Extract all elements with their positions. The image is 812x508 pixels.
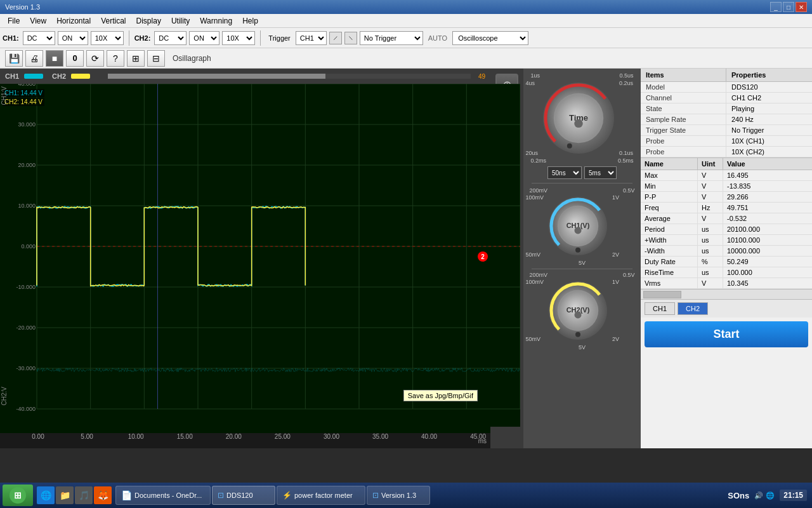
ch1-on-select[interactable]: ONOFF	[58, 31, 88, 45]
taskbar-item-dds120[interactable]: ⊡ DDS120	[212, 486, 275, 505]
stats-row: +Widthus10100.000	[641, 235, 812, 246]
ch2-left-labels: 100mV 50mV	[526, 279, 544, 342]
ch2-color-bar	[71, 74, 90, 79]
help-button[interactable]: ?	[107, 50, 124, 67]
folder-icon[interactable]: 📁	[56, 486, 74, 504]
firefox-icon[interactable]: 🦊	[94, 486, 112, 504]
start-button[interactable]: Start	[645, 321, 808, 347]
ch2-bottom-labels: 5V	[526, 343, 639, 351]
x-axis-labels: 0.005.0010.0015.0020.0025.0030.0035.0040…	[0, 433, 490, 448]
trigger-source-select[interactable]: CH1CH2	[296, 31, 327, 45]
menu-file[interactable]: File	[3, 15, 25, 27]
maximize-button[interactable]: □	[783, 2, 794, 12]
props-rows: ModelDDS120ChannelCH1 CH2StatePlayingSam…	[641, 82, 812, 157]
menu-vertical[interactable]: Vertical	[96, 15, 131, 27]
stats-col-name: Name	[641, 158, 698, 170]
ch2-v-label: CH2:V	[0, 384, 8, 408]
media-icon[interactable]: 🎵	[75, 486, 93, 504]
time-top-labels: 1us 0.5us	[526, 72, 639, 79]
taskbar-dds-label: DDS120	[226, 491, 253, 499]
screenshot-button[interactable]: ■	[46, 50, 63, 67]
ch2-knob-canvas[interactable]	[546, 279, 610, 342]
stats-row: MinV-13.835	[641, 181, 812, 192]
time-ms-select[interactable]: 5ms10ms	[584, 166, 617, 179]
scroll-thumb[interactable]	[643, 291, 681, 298]
ch1-knob-canvas[interactable]	[546, 194, 610, 258]
taskbar-item-docs[interactable]: 📄 Documents - OneDr...	[115, 486, 211, 505]
scope-display: CH1 CH2 49 CH1: 14.44 V CH2: 14.44 V CH1…	[0, 69, 490, 448]
props-row: StatePlaying	[641, 104, 812, 114]
save-button[interactable]: 💾	[5, 50, 23, 67]
ch1-left-labels: 100mV 50mV	[526, 194, 544, 258]
menu-warning[interactable]: Warnning	[195, 15, 237, 27]
scope-mode-select[interactable]: OscilloscopeFFTXY	[452, 31, 528, 45]
separator2	[260, 30, 261, 46]
system-tray: 🔊 🌐	[754, 491, 775, 500]
stats-row: -Widthus10000.000	[641, 246, 812, 257]
trigger-btn2[interactable]: ⟍	[344, 32, 357, 44]
taskbar: ⊞ 🌐 📁 🎵 🦊 📄 Documents - OneDr... ⊡ DDS12…	[0, 483, 812, 508]
trigger-btn1[interactable]: ⟋	[329, 32, 342, 44]
volume-tray-icon: 🌐	[766, 491, 775, 500]
menu-horizontal[interactable]: Horizontal	[51, 15, 96, 27]
ch2-knob-section: 200mV 0.5V 100mV 50mV 1V 2V 5V	[526, 272, 639, 351]
ch1-probe-select[interactable]: 10X1X100X	[91, 31, 124, 45]
ch2-on-select[interactable]: ONOFF	[189, 31, 219, 45]
window-controls: _ □ ✕	[770, 2, 807, 12]
ch1-color-bar	[24, 74, 43, 79]
menu-help[interactable]: Help	[237, 15, 263, 27]
taskbar-right: SOns 🔊 🌐 21:15	[728, 490, 809, 501]
ch2-top-labels: 200mV 0.5V	[526, 272, 639, 278]
x-axis-label: 45.00	[470, 433, 486, 440]
ch-tabs-area: CH1 CH2	[641, 299, 812, 318]
time-label-01us: 0.1us	[619, 150, 633, 156]
grid-button[interactable]: ⊞	[127, 50, 145, 67]
ch1-coupling-select[interactable]: DCACGND	[23, 31, 55, 45]
ch2-probe-select[interactable]: 10X1X100X	[222, 31, 255, 45]
ch2-right-labels: 1V 2V	[612, 279, 619, 342]
refresh-button[interactable]: ⟳	[86, 50, 104, 67]
x-axis-label: 20.00	[226, 433, 242, 440]
x-axis-label: 35.00	[372, 433, 388, 440]
ch1-knob-row: 100mV 50mV 1V 2V	[526, 194, 639, 258]
file-toolbar: 💾 🖨 ■ 0 ⟳ ? ⊞ ⊟ Osillagraph	[0, 48, 812, 69]
minimize-button[interactable]: _	[770, 2, 782, 12]
taskbar-docs-label: Documents - OneDr...	[134, 491, 202, 499]
ch2-knob-row: 100mV 50mV 1V 2V	[526, 279, 639, 342]
trigger-label: Trigger	[268, 34, 290, 42]
trigger-mode-select[interactable]: No TriggerAutoNormalSingle	[360, 31, 423, 45]
ch1-bottom-labels: 5V	[526, 258, 639, 266]
props-col-properties: Properties	[726, 69, 812, 81]
props-col-items: Items	[641, 69, 726, 81]
ch1-header-label: CH1	[5, 72, 19, 80]
menu-utility[interactable]: Utility	[166, 15, 195, 27]
stats-row: Periodus20100.000	[641, 224, 812, 235]
print-button[interactable]: 🖨	[25, 50, 43, 67]
ch1-top-labels: 200mV 0.5V	[526, 187, 639, 194]
grid2-button[interactable]: ⊟	[147, 50, 165, 67]
taskbar-item-version[interactable]: ⊡ Version 1.3	[367, 486, 430, 505]
x-axis-label: 25.00	[275, 433, 291, 440]
time-knob-canvas[interactable]	[540, 80, 617, 156]
ch2-coupling-select[interactable]: DCACGND	[154, 31, 187, 45]
clock-time: 21:15	[783, 491, 803, 500]
scroll-bar-area[interactable]	[641, 289, 812, 299]
props-row: ChannelCH1 CH2	[641, 93, 812, 104]
zero-button[interactable]: 0	[66, 50, 84, 67]
time-bottom-labels: 0.2ms 0.5ms	[526, 157, 639, 164]
ie-icon[interactable]: 🌐	[37, 486, 55, 504]
time-knob-section: 1us 0.5us 4us 20us 0.2us 0.1us 0.2ms 0.5…	[526, 72, 639, 179]
titlebar: Version 1.3 _ □ ✕	[0, 0, 812, 14]
menu-view[interactable]: View	[25, 15, 51, 27]
start-menu-button[interactable]: ⊞	[3, 485, 33, 506]
ch2-tab[interactable]: CH2	[678, 302, 708, 315]
pfm-icon: ⚡	[282, 491, 292, 500]
trigger-pos-value: 49	[478, 73, 485, 80]
taskbar-item-pfm[interactable]: ⚡ power factor meter	[277, 486, 365, 505]
ch1-tab[interactable]: CH1	[645, 302, 675, 315]
close-button[interactable]: ✕	[796, 2, 807, 12]
time-left-labels: 4us 20us	[526, 80, 539, 156]
time-ns-select[interactable]: 50ns100ns	[547, 166, 582, 179]
trigger-position-bar	[108, 74, 471, 79]
menu-display[interactable]: Display	[131, 15, 166, 27]
